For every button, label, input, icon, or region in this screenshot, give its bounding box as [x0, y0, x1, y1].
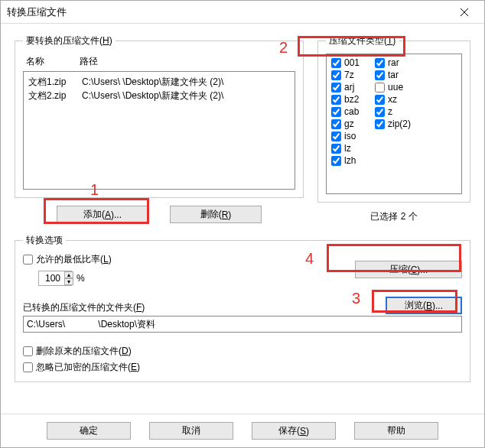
ok-button[interactable]: 确定: [47, 422, 131, 440]
window-title: 转换压缩文件: [7, 5, 451, 19]
files-list[interactable]: 文档1.zip C:\Users\ \Desktop\新建文件夹 (2)\ 文档…: [23, 71, 295, 190]
type-checkbox-lz[interactable]: lz: [331, 143, 360, 154]
footer: 确定 取消 保存(S) 帮助: [1, 414, 484, 447]
list-item[interactable]: 文档2.zip C:\Users\ \Desktop\新建文件夹 (2)\: [28, 89, 290, 102]
type-checkbox-lzh[interactable]: lzh: [331, 155, 360, 166]
type-checkbox-z[interactable]: z: [375, 106, 411, 117]
type-checkbox-xz[interactable]: xz: [375, 94, 411, 105]
type-checkbox-001[interactable]: 001: [331, 57, 360, 68]
types-list: 0017zarjbz2cabgzisolzlzh rartaruuexzzzip…: [326, 54, 462, 194]
compress-button[interactable]: 压缩(C)...: [355, 261, 462, 278]
save-button[interactable]: 保存(S): [252, 422, 336, 440]
delete-button[interactable]: 删除(R): [170, 206, 262, 223]
types-fieldset: 压缩文件类型(T) 0017zarjbz2cabgzisolzlzh rarta…: [317, 34, 470, 203]
type-checkbox-cab[interactable]: cab: [331, 106, 360, 117]
type-checkbox-rar[interactable]: rar: [375, 57, 411, 68]
types-legend: 压缩文件类型(T): [326, 34, 399, 47]
type-checkbox-tar[interactable]: tar: [375, 70, 411, 80]
selected-count: 已选择 2 个: [317, 210, 470, 223]
folder-input[interactable]: [23, 316, 462, 333]
percent-label: %: [76, 273, 85, 284]
type-checkbox-gz[interactable]: gz: [331, 118, 360, 129]
type-checkbox-iso[interactable]: iso: [331, 131, 360, 141]
col-name: 名称: [26, 55, 80, 68]
browse-button[interactable]: 浏览(B)...: [386, 297, 462, 314]
folder-label: 已转换的压缩文件的文件夹(F): [23, 301, 386, 314]
type-checkbox-arj[interactable]: arj: [331, 82, 360, 93]
list-item[interactable]: 文档1.zip C:\Users\ \Desktop\新建文件夹 (2)\: [28, 75, 290, 89]
close-button[interactable]: [451, 4, 478, 21]
add-button[interactable]: 添加(A)...: [57, 206, 148, 223]
titlebar: 转换压缩文件: [1, 1, 484, 24]
spinner-buttons[interactable]: ▲▼: [64, 271, 73, 285]
type-checkbox-zip(2)[interactable]: zip(2): [375, 118, 411, 129]
cancel-button[interactable]: 取消: [149, 422, 233, 440]
files-legend: 要转换的压缩文件(H): [23, 34, 116, 47]
type-checkbox-uue[interactable]: uue: [375, 82, 411, 93]
files-header: 名称 路径: [23, 54, 295, 71]
type-checkbox-7z[interactable]: 7z: [331, 70, 360, 80]
min-ratio-checkbox[interactable]: 允许的最低比率(L): [23, 253, 355, 266]
files-fieldset: 要转换的压缩文件(H) 名称 路径 文档1.zip C:\Users\ \Des…: [15, 34, 304, 198]
type-checkbox-bz2[interactable]: bz2: [331, 94, 360, 105]
col-path: 路径: [80, 55, 98, 68]
close-icon: [461, 8, 468, 16]
options-fieldset: 转换选项 允许的最低比率(L) ▲▼ % 压缩(C)... 已转换的压缩文件的文…: [15, 234, 470, 382]
options-legend: 转换选项: [23, 234, 66, 247]
help-button[interactable]: 帮助: [354, 422, 438, 440]
delete-original-checkbox[interactable]: 删除原来的压缩文件(D): [23, 345, 462, 358]
ignore-encrypted-checkbox[interactable]: 忽略已加密的压缩文件(E): [23, 361, 462, 374]
